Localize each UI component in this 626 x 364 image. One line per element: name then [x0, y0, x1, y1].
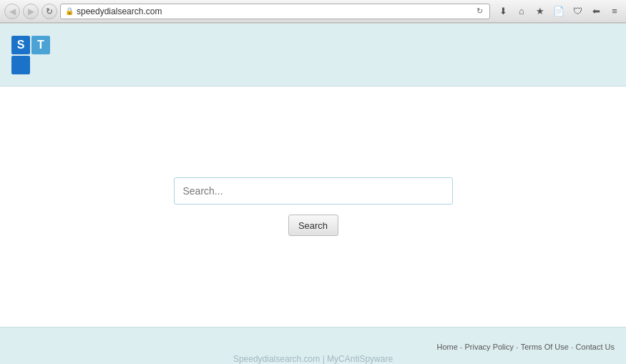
address-bar[interactable]: 🔒 speedydialsearch.com ↻ [60, 4, 490, 19]
bookmark-icon[interactable]: ★ [533, 4, 547, 19]
sync-icon[interactable]: ⬅ [589, 4, 603, 19]
pocket-icon[interactable]: 🛡 [570, 4, 585, 19]
footer-privacy-link[interactable]: Privacy Policy [465, 343, 514, 351]
site-footer: Home - Privacy Policy - Terms Of Use - C… [0, 327, 626, 364]
search-input[interactable] [174, 177, 453, 205]
footer-sep-3: - [571, 343, 574, 351]
toolbar-icons: ⬇ ⌂ ★ 📄 🛡 ⬅ ≡ [496, 4, 622, 19]
footer-watermark: Speedydialsearch.com | MyCAntiSpyware [11, 354, 615, 364]
forward-button[interactable]: ▶ [23, 4, 39, 19]
footer-terms-link[interactable]: Terms Of Use [521, 343, 569, 351]
footer-sep-2: - [516, 343, 519, 351]
logo-t-block: T [31, 36, 50, 54]
lock-icon: 🔒 [65, 7, 74, 15]
logo-bottom-block [11, 56, 30, 74]
browser-toolbar: ◀ ▶ ↻ 🔒 speedydialsearch.com ↻ ⬇ ⌂ ★ 📄 🛡… [0, 0, 626, 23]
site-header: S T [0, 24, 626, 87]
footer-sep-1: - [460, 343, 463, 351]
footer-links: Home - Privacy Policy - Terms Of Use - C… [11, 343, 615, 351]
back-button[interactable]: ◀ [4, 4, 20, 19]
site-main: Search [0, 87, 626, 327]
site-logo: S T [11, 36, 50, 74]
footer-home-link[interactable]: Home [437, 343, 458, 351]
menu-icon[interactable]: ≡ [607, 4, 622, 19]
home-icon[interactable]: ⌂ [514, 4, 529, 19]
reader-icon[interactable]: 📄 [552, 4, 566, 19]
search-box-wrap: Search [174, 177, 453, 236]
logo-s-block: S [11, 36, 30, 54]
download-icon[interactable]: ⬇ [496, 4, 510, 19]
footer-contact-link[interactable]: Contact Us [576, 343, 615, 351]
url-text: speedydialsearch.com [77, 6, 471, 16]
refresh-button[interactable]: ↻ [41, 4, 57, 19]
search-button[interactable]: Search [288, 215, 338, 236]
address-refresh-icon[interactable]: ↻ [474, 6, 485, 16]
browser-chrome: ◀ ▶ ↻ 🔒 speedydialsearch.com ↻ ⬇ ⌂ ★ 📄 🛡… [0, 0, 626, 24]
